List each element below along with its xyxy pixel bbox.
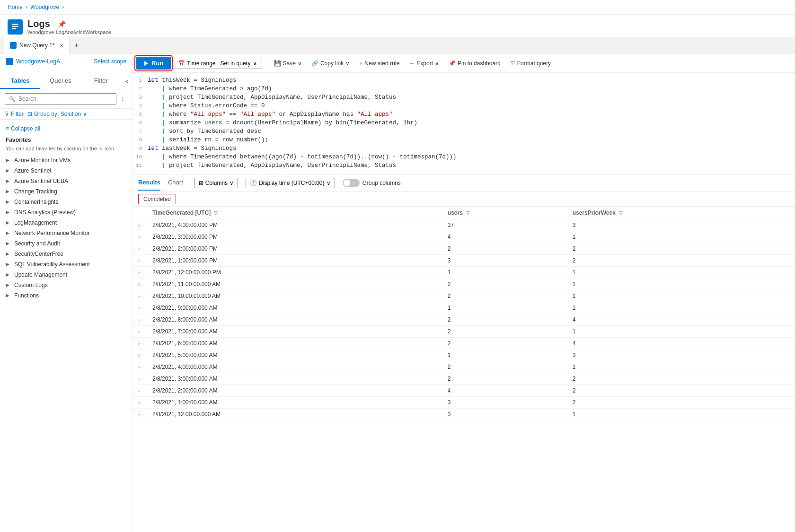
table-row[interactable]: › 2/8/2021, 1:00:00.000 AM 3 2: [132, 397, 795, 409]
row-expand-icon[interactable]: ›: [138, 294, 140, 299]
table-row[interactable]: › 2/8/2021, 5:00:00.000 AM 1 3: [132, 349, 795, 361]
expand-cell[interactable]: ›: [132, 243, 147, 255]
expand-cell[interactable]: ›: [132, 326, 147, 338]
table-row[interactable]: › 2/8/2021, 3:00:00.000 PM 4 1: [132, 231, 795, 243]
table-row[interactable]: › 2/8/2021, 2:00:00.000 PM 2 2: [132, 243, 795, 255]
pin-icon[interactable]: 📌: [58, 20, 66, 28]
col-time-generated[interactable]: TimeGenerated [UTC] ▽: [147, 207, 442, 219]
row-expand-icon[interactable]: ›: [138, 400, 140, 405]
expand-cell[interactable]: ›: [132, 397, 147, 409]
tree-item-sql-vulnerability[interactable]: ▶ SQL Vulnerability Assessment: [0, 259, 132, 270]
tree-item-security-audit[interactable]: ▶ Security and Audit: [0, 238, 132, 249]
tree-item-azure-monitor[interactable]: ▶ Azure Monitor for VMs: [0, 155, 132, 166]
row-expand-icon[interactable]: ›: [138, 305, 140, 311]
toggle-switch[interactable]: [343, 179, 360, 187]
filter-prior-icon[interactable]: ▽: [619, 210, 623, 216]
filter-users-icon[interactable]: ▽: [466, 210, 470, 216]
table-row[interactable]: › 2/8/2021, 6:00:00.000 AM 2 4: [132, 338, 795, 349]
row-expand-icon[interactable]: ›: [138, 329, 140, 334]
columns-button[interactable]: ⊞ Columns ∨: [194, 178, 238, 188]
table-row[interactable]: › 2/8/2021, 11:00:00.000 AM 2 1: [132, 279, 795, 290]
tree-item-dns-analytics[interactable]: ▶ DNS Analytics (Preview): [0, 207, 132, 218]
tab-close-button[interactable]: ✕: [60, 43, 63, 48]
expand-cell[interactable]: ›: [132, 409, 147, 420]
format-query-button[interactable]: ☰ Format query: [506, 58, 555, 69]
expand-cell[interactable]: ›: [132, 219, 147, 231]
more-options-button[interactable]: ⋮: [118, 95, 127, 103]
add-tab-button[interactable]: +: [70, 37, 83, 54]
display-time-button[interactable]: 🕐 Display time (UTC+00:00) ∨: [246, 178, 335, 188]
sidebar-tab-queries[interactable]: Queries: [40, 73, 80, 89]
export-button[interactable]: → Export ∨: [405, 58, 443, 69]
expand-cell[interactable]: ›: [132, 338, 147, 349]
save-button[interactable]: 💾 Save ∨: [270, 58, 306, 69]
expand-cell[interactable]: ›: [132, 314, 147, 326]
expand-cell[interactable]: ›: [132, 267, 147, 279]
tree-item-change-tracking[interactable]: ▶ Change Tracking: [0, 186, 132, 197]
tab-new-query-1[interactable]: New Query 1* ✕: [4, 37, 70, 54]
table-row[interactable]: › 2/8/2021, 7:00:00.000 AM 2 1: [132, 326, 795, 338]
table-row[interactable]: › 2/8/2021, 10:00:00.000 AM 2 1: [132, 290, 795, 302]
row-expand-icon[interactable]: ›: [138, 388, 140, 393]
breadcrumb-woodgrove[interactable]: Woodgrove: [30, 4, 59, 10]
pin-dashboard-button[interactable]: 📌 Pin to dashboard: [445, 58, 504, 69]
search-input[interactable]: [18, 96, 112, 102]
expand-cell[interactable]: ›: [132, 290, 147, 302]
filter-time-icon[interactable]: ▽: [214, 210, 218, 216]
row-expand-icon[interactable]: ›: [138, 258, 140, 263]
row-expand-icon[interactable]: ›: [138, 317, 140, 323]
time-range-button[interactable]: 📅 Time range : Set in query ∨: [173, 58, 262, 69]
table-row[interactable]: › 2/8/2021, 3:00:00.000 AM 2 2: [132, 373, 795, 385]
select-scope-link[interactable]: Select scope: [94, 58, 126, 65]
row-expand-icon[interactable]: ›: [138, 235, 140, 240]
copy-link-button[interactable]: 🔗 Copy link ∨: [308, 58, 353, 69]
table-row[interactable]: › 2/8/2021, 8:00:00.000 AM 2 4: [132, 314, 795, 326]
tree-item-container-insights[interactable]: ▶ ContainerInsights: [0, 197, 132, 207]
col-users[interactable]: users ▽: [442, 207, 567, 219]
row-expand-icon[interactable]: ›: [138, 365, 140, 370]
new-alert-button[interactable]: + New alert rule: [355, 58, 403, 69]
row-expand-icon[interactable]: ›: [138, 341, 140, 346]
expand-cell[interactable]: ›: [132, 255, 147, 267]
tree-item-azure-sentinel[interactable]: ▶ Azure Sentinel: [0, 166, 132, 176]
row-expand-icon[interactable]: ›: [138, 353, 140, 358]
group-by-button[interactable]: ⊟ Group by: Solution ∨: [27, 111, 87, 117]
expand-cell[interactable]: ›: [132, 349, 147, 361]
table-row[interactable]: › 2/8/2021, 4:00:00.000 PM 37 3: [132, 219, 795, 231]
table-row[interactable]: › 2/8/2021, 9:00:00.000 AM 1 1: [132, 302, 795, 314]
filter-button[interactable]: ⊽ Filter: [5, 111, 24, 117]
row-expand-icon[interactable]: ›: [138, 376, 140, 382]
expand-cell[interactable]: ›: [132, 231, 147, 243]
run-button[interactable]: Run: [136, 57, 171, 70]
sidebar-tab-filter[interactable]: Filter: [81, 73, 121, 89]
table-row[interactable]: › 2/8/2021, 2:00:00.000 AM 4 2: [132, 385, 795, 397]
code-editor[interactable]: 1 let thisWeek = SigninLogs 2 | where Ti…: [132, 73, 795, 174]
tree-item-functions[interactable]: ▶ Functions: [0, 290, 132, 301]
tree-item-security-center-free[interactable]: ▶ SecurityCenterFree: [0, 249, 132, 259]
sidebar-collapse-button[interactable]: «: [121, 74, 132, 88]
expand-cell[interactable]: ›: [132, 385, 147, 397]
tree-item-network-performance[interactable]: ▶ Network Performance Monitor: [0, 228, 132, 238]
table-row[interactable]: › 2/8/2021, 12:00:00.000 AM 3 1: [132, 409, 795, 420]
tree-item-azure-sentinel-ueba[interactable]: ▶ Azure Sentinel UEBA: [0, 176, 132, 186]
tree-item-custom-logs[interactable]: ▶ Custom Logs: [0, 280, 132, 290]
row-expand-icon[interactable]: ›: [138, 282, 140, 287]
expand-cell[interactable]: ›: [132, 279, 147, 290]
sidebar-tab-tables[interactable]: Tables: [0, 73, 40, 89]
results-tab[interactable]: Results: [138, 175, 160, 191]
collapse-all-button[interactable]: ≡ Collapse all: [0, 123, 132, 134]
tree-item-log-management[interactable]: ▶ LogManagement: [0, 218, 132, 228]
row-expand-icon[interactable]: ›: [138, 246, 140, 252]
table-row[interactable]: › 2/8/2021, 1:00:00.000 PM 3 2: [132, 255, 795, 267]
row-expand-icon[interactable]: ›: [138, 223, 140, 228]
table-row[interactable]: › 2/8/2021, 4:00:00.000 AM 2 1: [132, 361, 795, 373]
chart-tab[interactable]: Chart: [168, 175, 183, 191]
tree-item-update-management[interactable]: ▶ Update Management: [0, 270, 132, 280]
breadcrumb-home[interactable]: Home: [8, 4, 23, 10]
expand-cell[interactable]: ›: [132, 361, 147, 373]
col-users-prior-week[interactable]: usersPriorWeek ▽: [567, 207, 795, 219]
row-expand-icon[interactable]: ›: [138, 270, 140, 275]
table-row[interactable]: › 2/8/2021, 12:00:00.000 PM 1 1: [132, 267, 795, 279]
expand-cell[interactable]: ›: [132, 302, 147, 314]
expand-cell[interactable]: ›: [132, 373, 147, 385]
